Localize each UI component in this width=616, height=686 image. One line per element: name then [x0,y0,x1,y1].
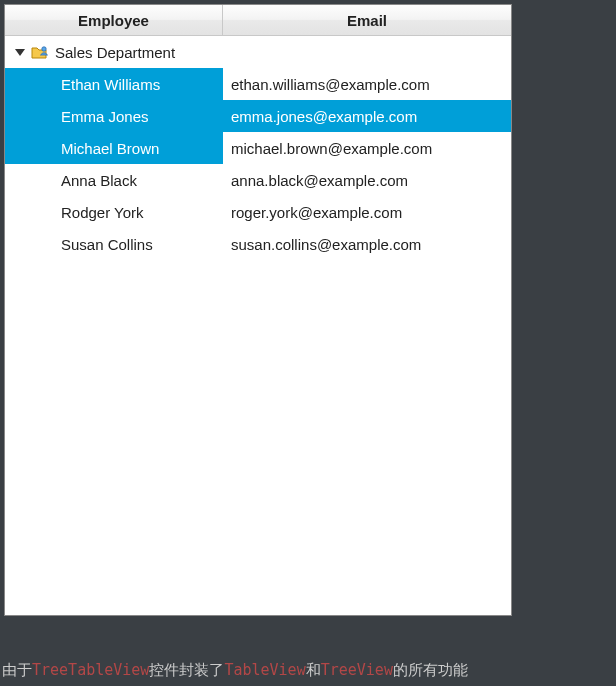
tree-parent-email-cell [223,36,511,68]
table-body: Sales Department Ethan Williams ethan.wi… [5,36,511,615]
svg-point-0 [42,47,46,51]
employee-email-cell: anna.black@example.com [223,164,511,196]
caption-part: 和 [306,661,321,678]
employee-name-cell: Rodger York [5,196,223,228]
table-row[interactable]: Emma Jones emma.jones@example.com [5,100,511,132]
department-icon [31,45,49,59]
employee-email-cell: susan.collins@example.com [223,228,511,260]
table-row[interactable]: Michael Brown michael.brown@example.com [5,132,511,164]
code-literal: TreeTableView [32,661,149,679]
employee-name-cell: Ethan Williams [5,68,223,100]
code-literal: TreeView [321,661,393,679]
caption-part: 由于 [2,661,32,678]
table-row[interactable]: Ethan Williams ethan.williams@example.co… [5,68,511,100]
disclosure-triangle-icon[interactable] [15,49,25,56]
employee-name-cell: Anna Black [5,164,223,196]
tree-table-view[interactable]: Employee Email Sales Department Ethan Wi… [4,4,512,616]
table-row[interactable]: Susan Collins susan.collins@example.com [5,228,511,260]
employee-email-cell: michael.brown@example.com [223,132,511,164]
employee-email-cell: ethan.williams@example.com [223,68,511,100]
employee-email-cell: emma.jones@example.com [223,100,511,132]
employee-name-cell: Emma Jones [5,100,223,132]
tree-parent-cell: Sales Department [5,36,223,68]
employee-name-cell: Susan Collins [5,228,223,260]
caption-text: 由于TreeTableView控件封装了TableView和TreeView的所… [2,661,468,680]
column-header-employee[interactable]: Employee [5,5,223,35]
table-row[interactable]: Anna Black anna.black@example.com [5,164,511,196]
table-row[interactable]: Rodger York roger.york@example.com [5,196,511,228]
code-literal: TableView [224,661,305,679]
column-header-email[interactable]: Email [223,5,511,35]
tree-parent-row[interactable]: Sales Department [5,36,511,68]
employee-email-cell: roger.york@example.com [223,196,511,228]
department-name: Sales Department [55,44,175,61]
caption-part: 控件封装了 [149,661,224,678]
caption-part: 的所有功能 [393,661,468,678]
employee-name-cell: Michael Brown [5,132,223,164]
table-header-row: Employee Email [5,5,511,36]
